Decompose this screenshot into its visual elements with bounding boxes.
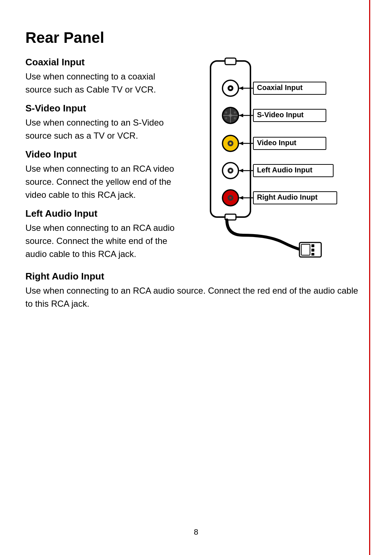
svg-point-7	[234, 111, 236, 114]
svg-point-9	[234, 117, 236, 119]
red-border-line	[369, 0, 370, 555]
rear-panel-diagram: Coaxial Input S-Video Input Video Input …	[196, 57, 370, 261]
page: Rear Panel Coaxial Input Use when connec…	[0, 0, 392, 555]
right-audio-text: Use when connecting to an RCA audio sour…	[25, 284, 367, 310]
svg-point-4	[229, 87, 232, 89]
svg-rect-1	[225, 58, 236, 65]
svg-rect-24	[301, 244, 310, 255]
video-input-text: Use when connecting to an RCA video sour…	[25, 162, 181, 201]
page-title: Rear Panel	[25, 29, 367, 46]
svg-rect-25	[311, 244, 314, 247]
page-number: 8	[194, 527, 198, 537]
coaxial-input-text: Use when connecting to a coaxial source …	[25, 70, 181, 96]
svg-text:S-Video Input: S-Video Input	[257, 111, 304, 119]
left-audio-input-heading: Left Audio Input	[25, 208, 181, 219]
svideo-input-heading: S-Video Input	[25, 103, 181, 114]
diagram-column: Coaxial Input S-Video Input Video Input …	[196, 50, 370, 261]
svg-rect-27	[311, 253, 314, 256]
svg-text:Coaxial Input: Coaxial Input	[257, 83, 303, 91]
text-column: Coaxial Input Use when connecting to a c…	[25, 50, 181, 262]
left-audio-input-text: Use when connecting to an RCA audio sour…	[25, 221, 181, 261]
svg-point-8	[225, 117, 227, 119]
svg-rect-26	[311, 249, 314, 252]
svideo-input-text: Use when connecting to an S-Video source…	[25, 116, 181, 142]
right-audio-heading: Right Audio Input	[25, 271, 367, 282]
svg-point-6	[225, 111, 227, 114]
svg-text:Right Audio Inupt: Right Audio Inupt	[257, 193, 318, 201]
svg-point-21	[229, 197, 232, 199]
coaxial-input-heading: Coaxial Input	[25, 57, 181, 68]
svg-text:Left Audio Input: Left Audio Input	[257, 166, 313, 174]
svg-text:Video Input: Video Input	[257, 139, 297, 147]
svg-point-18	[229, 170, 232, 172]
right-audio-section: Right Audio Input Use when connecting to…	[25, 271, 367, 310]
svg-point-15	[229, 142, 232, 144]
content-area: Coaxial Input Use when connecting to a c…	[25, 50, 367, 262]
video-input-heading: Video Input	[25, 149, 181, 160]
